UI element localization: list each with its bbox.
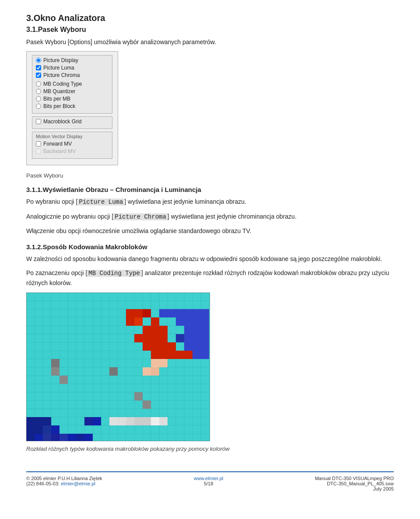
footer-page-num: 5/18 bbox=[194, 481, 223, 486]
svg-rect-56 bbox=[151, 351, 159, 359]
svg-rect-110 bbox=[51, 434, 60, 441]
svg-rect-78 bbox=[184, 342, 192, 351]
svg-rect-116 bbox=[84, 417, 93, 425]
svg-rect-64 bbox=[184, 309, 192, 317]
option-picture-display[interactable]: Picture Display bbox=[36, 57, 108, 63]
label-bits-per-mb: Bits per MB bbox=[43, 96, 70, 102]
panel-caption: Pasek Wyboru bbox=[26, 172, 394, 179]
svg-rect-55 bbox=[168, 342, 176, 351]
checkbox-forward-mv[interactable] bbox=[36, 141, 41, 146]
svg-rect-69 bbox=[192, 317, 201, 326]
macroblock-grid-group: Macroblock Grid bbox=[32, 116, 112, 129]
label-bits-per-block: Bits per Block bbox=[43, 103, 75, 109]
radio-bits-per-mb[interactable] bbox=[36, 96, 41, 101]
svg-rect-87 bbox=[134, 392, 143, 401]
footer-right-line1: Manual DTC-350 VISUALmpeg PRO bbox=[315, 476, 394, 481]
svg-rect-71 bbox=[184, 326, 192, 334]
footer-url-link[interactable]: www.elmier.pl bbox=[194, 476, 223, 481]
svg-rect-82 bbox=[201, 351, 209, 359]
option-forward-mv[interactable]: Forward MV bbox=[36, 141, 108, 147]
checkbox-picture-chroma[interactable] bbox=[36, 73, 41, 78]
svg-rect-52 bbox=[143, 342, 151, 351]
svg-rect-67 bbox=[176, 317, 184, 326]
subsection-1-1-para3: Włączenie obu opcji równocześnie umożliw… bbox=[26, 226, 394, 236]
main-heading: 3.Okno Analizatora bbox=[26, 13, 394, 23]
option-picture-luma[interactable]: Picture Luma bbox=[36, 65, 108, 71]
svg-rect-49 bbox=[143, 334, 151, 342]
svg-rect-105 bbox=[43, 425, 51, 434]
svg-rect-59 bbox=[176, 351, 184, 359]
label-picture-chroma: Picture Chroma bbox=[43, 72, 80, 78]
option-mb-coding-type[interactable]: MB Coding Type bbox=[36, 81, 108, 87]
svg-rect-39 bbox=[126, 309, 134, 317]
svg-rect-89 bbox=[151, 359, 159, 367]
svg-rect-83 bbox=[51, 359, 60, 367]
label-mb-quantizer: MB Quantizer bbox=[43, 88, 75, 94]
option-picture-chroma[interactable]: Picture Chroma bbox=[36, 72, 108, 78]
footer-email-link[interactable]: elmier@elmie.pl bbox=[61, 481, 95, 486]
label-picture-luma: Picture Luma bbox=[43, 65, 74, 71]
svg-rect-47 bbox=[159, 326, 168, 334]
footer-right-line2: DTC-350_Manual_PL_405.sxw bbox=[315, 481, 394, 486]
svg-rect-46 bbox=[151, 326, 159, 334]
radio-bits-per-block[interactable] bbox=[36, 104, 41, 109]
svg-rect-43 bbox=[134, 317, 143, 326]
option-bits-per-mb[interactable]: Bits per MB bbox=[36, 96, 108, 102]
checkbox-picture-luma[interactable] bbox=[36, 65, 41, 70]
motion-vector-label: Motion Vector Display bbox=[36, 134, 108, 139]
radio-mb-quantizer[interactable] bbox=[36, 89, 41, 94]
svg-rect-45 bbox=[143, 326, 151, 334]
svg-rect-53 bbox=[151, 342, 159, 351]
code-mb-coding-type: MB Coding Type bbox=[87, 270, 141, 277]
svg-rect-66 bbox=[201, 309, 209, 317]
option-bits-per-block[interactable]: Bits per Block bbox=[36, 103, 108, 109]
svg-rect-107 bbox=[26, 434, 35, 441]
svg-rect-86 bbox=[109, 367, 118, 376]
svg-rect-85 bbox=[60, 376, 68, 384]
svg-rect-73 bbox=[201, 326, 209, 334]
svg-rect-101 bbox=[35, 417, 43, 425]
subsection-1-2-para1: W zależności od sposobu kodowania danego… bbox=[26, 254, 394, 264]
svg-rect-106 bbox=[51, 425, 60, 434]
subsection-1-2-para2: Po zaznaczeniu opcji [MB Coding Type] an… bbox=[26, 268, 394, 288]
svg-rect-79 bbox=[192, 342, 201, 351]
svg-rect-58 bbox=[168, 351, 176, 359]
svg-rect-77 bbox=[201, 334, 209, 342]
option-backward-mv[interactable]: Backward MV bbox=[36, 148, 108, 154]
mb-coding-svg bbox=[26, 293, 210, 441]
radio-picture-display[interactable] bbox=[36, 58, 41, 63]
footer: © 2005 elmier P.U.H Lilianna Ziętek (22)… bbox=[26, 471, 394, 491]
svg-rect-114 bbox=[84, 434, 93, 441]
svg-rect-96 bbox=[134, 417, 143, 425]
radio-mb-coding-type[interactable] bbox=[36, 81, 41, 87]
svg-rect-42 bbox=[126, 317, 134, 326]
svg-rect-48 bbox=[134, 334, 143, 342]
svg-rect-63 bbox=[176, 309, 184, 317]
svg-rect-115 bbox=[93, 417, 101, 425]
mb-coding-image bbox=[26, 293, 210, 441]
svg-rect-108 bbox=[35, 434, 43, 441]
footer-center: www.elmier.pl 5/18 bbox=[194, 476, 223, 486]
checkbox-macroblock-grid[interactable] bbox=[36, 119, 41, 124]
checkbox-backward-mv[interactable] bbox=[36, 149, 41, 154]
option-macroblock-grid[interactable]: Macroblock Grid bbox=[36, 118, 108, 125]
picture-display-group: Picture Display Picture Luma Picture Chr… bbox=[32, 55, 112, 114]
svg-rect-94 bbox=[118, 417, 126, 425]
svg-rect-100 bbox=[26, 417, 35, 425]
svg-rect-70 bbox=[201, 317, 209, 326]
footer-left-line2: (22) 846-05-03: elmier@elmie.pl bbox=[26, 481, 102, 486]
svg-rect-57 bbox=[159, 351, 168, 359]
option-mb-quantizer[interactable]: MB Quantizer bbox=[36, 88, 108, 94]
svg-rect-41 bbox=[143, 309, 151, 317]
svg-rect-104 bbox=[35, 425, 43, 434]
svg-rect-44 bbox=[151, 317, 159, 326]
svg-rect-40 bbox=[134, 309, 143, 317]
label-picture-display: Picture Display bbox=[43, 57, 78, 63]
svg-rect-113 bbox=[76, 434, 84, 441]
svg-rect-62 bbox=[168, 309, 176, 317]
label-mb-coding-type: MB Coding Type bbox=[43, 81, 82, 87]
svg-rect-81 bbox=[192, 351, 201, 359]
svg-rect-102 bbox=[43, 417, 51, 425]
svg-rect-88 bbox=[143, 401, 151, 409]
svg-rect-54 bbox=[159, 342, 168, 351]
